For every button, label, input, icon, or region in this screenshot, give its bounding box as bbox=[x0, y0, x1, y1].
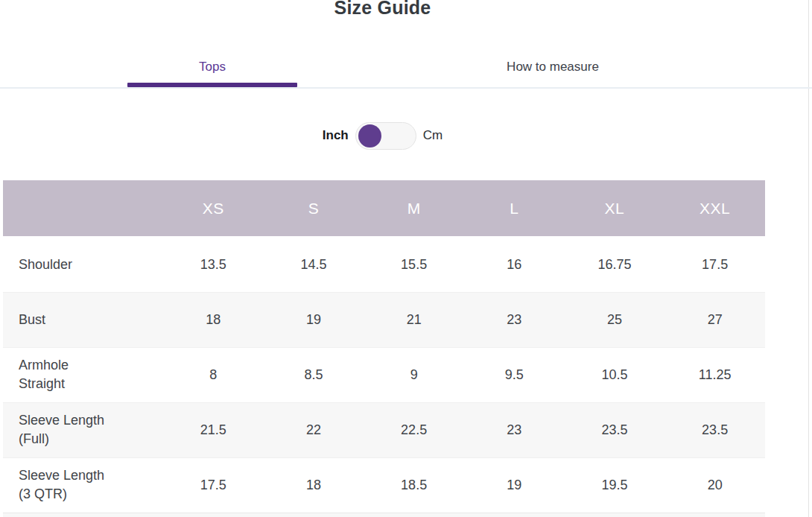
size-value-cell: 15.5 bbox=[364, 237, 464, 292]
size-value-cell: 17.5 bbox=[163, 457, 264, 513]
size-value-cell: 23 bbox=[464, 292, 565, 347]
row-label: Shoulder bbox=[3, 237, 163, 292]
size-value-cell: 19.5 bbox=[565, 457, 665, 513]
row-label: Armhole Straight bbox=[3, 347, 163, 402]
size-value-cell: 19 bbox=[264, 292, 364, 347]
tab-bar-divider bbox=[0, 87, 812, 89]
size-guide-modal: Size Guide Tops How to measure Inch Cm bbox=[0, 0, 809, 517]
size-value-cell: 17.5 bbox=[664, 237, 765, 292]
size-col-header: XL bbox=[565, 180, 665, 237]
size-value-cell: 25 bbox=[565, 292, 665, 347]
size-value-cell: 23.5 bbox=[664, 402, 765, 457]
row-label: Sleeve Length (Full) bbox=[3, 402, 163, 457]
size-value-cell: 20 bbox=[664, 457, 765, 513]
size-col-header: XS bbox=[163, 180, 264, 237]
size-value-cell: 18 bbox=[264, 457, 364, 513]
unit-toggle-switch[interactable] bbox=[355, 122, 416, 150]
unit-toggle-knob[interactable] bbox=[358, 124, 381, 148]
tab-how-to-measure-label: How to measure bbox=[507, 60, 599, 74]
tab-bar: Tops How to measure bbox=[0, 46, 765, 88]
next-row-peek bbox=[3, 513, 765, 517]
tab-tops[interactable]: Tops bbox=[127, 46, 297, 88]
size-value-cell: 23.5 bbox=[565, 402, 665, 457]
size-value-cell: 22 bbox=[264, 402, 364, 457]
size-value-cell: 18.5 bbox=[364, 457, 464, 513]
table-row: Sleeve Length (Full)21.52222.52323.523.5 bbox=[3, 402, 765, 457]
table-row: Bust181921232527 bbox=[3, 292, 765, 347]
unit-toggle-row: Inch Cm bbox=[0, 119, 765, 152]
size-value-cell: 16.75 bbox=[565, 237, 665, 292]
tab-how-to-measure[interactable]: How to measure bbox=[456, 46, 650, 88]
size-col-header: XXL bbox=[664, 180, 765, 237]
page-title: Size Guide bbox=[0, 0, 765, 19]
size-col-header: L bbox=[464, 180, 565, 237]
size-value-cell: 21.5 bbox=[163, 402, 264, 457]
size-table: XSSMLXLXXL Shoulder13.514.515.51616.7517… bbox=[3, 180, 765, 513]
cm-label: Cm bbox=[423, 128, 443, 143]
size-value-cell: 23 bbox=[464, 402, 565, 457]
size-value-cell: 9.5 bbox=[464, 347, 565, 402]
table-row: Sleeve Length (3 QTR)17.51818.51919.520 bbox=[3, 457, 765, 513]
size-value-cell: 9 bbox=[364, 347, 464, 402]
tab-tops-label: Tops bbox=[199, 60, 226, 74]
size-value-cell: 8.5 bbox=[264, 347, 364, 402]
size-value-cell: 10.5 bbox=[565, 347, 665, 402]
row-label: Sleeve Length (3 QTR) bbox=[3, 457, 163, 513]
size-value-cell: 14.5 bbox=[264, 237, 364, 292]
size-value-cell: 13.5 bbox=[163, 237, 264, 292]
table-row: Shoulder13.514.515.51616.7517.5 bbox=[3, 237, 765, 292]
size-value-cell: 11.25 bbox=[664, 347, 765, 402]
row-label: Bust bbox=[3, 292, 163, 347]
size-col-header-spacer bbox=[3, 180, 163, 237]
size-table-header-row: XSSMLXLXXL bbox=[3, 180, 765, 237]
inch-label: Inch bbox=[323, 128, 349, 143]
size-value-cell: 22.5 bbox=[364, 402, 464, 457]
size-value-cell: 21 bbox=[364, 292, 464, 347]
size-value-cell: 16 bbox=[464, 237, 565, 292]
size-value-cell: 18 bbox=[163, 292, 264, 347]
size-guide-content: Size Guide Tops How to measure Inch Cm bbox=[0, 0, 765, 517]
table-row: Armhole Straight88.599.510.511.25 bbox=[3, 347, 765, 402]
size-col-header: M bbox=[364, 180, 464, 237]
size-col-header: S bbox=[264, 180, 364, 237]
size-value-cell: 8 bbox=[163, 347, 264, 402]
size-value-cell: 19 bbox=[464, 457, 565, 513]
size-value-cell: 27 bbox=[664, 292, 765, 347]
